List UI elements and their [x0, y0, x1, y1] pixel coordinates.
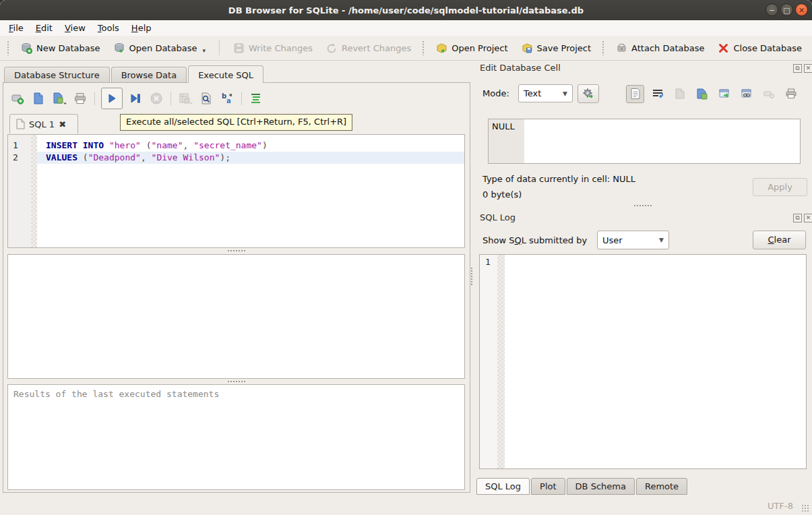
cell-editor[interactable]: NULL [488, 119, 801, 164]
dock-close-icon: ✕ [806, 214, 811, 221]
titlebar[interactable]: DB Browser for SQLite - /home/user/code/… [0, 0, 812, 20]
attach-database-label: Attach Database [631, 43, 704, 53]
find-button[interactable] [198, 90, 214, 107]
results-grid[interactable] [7, 254, 465, 379]
dock-close-button[interactable]: ✕ [804, 214, 812, 222]
dock-tab-bar: SQL Log Plot DB Schema Remote [476, 478, 687, 495]
revert-changes-button[interactable]: Revert Changes [321, 40, 416, 57]
open-sql-file-button[interactable] [30, 90, 46, 107]
tab-db-schema[interactable]: DB Schema [567, 478, 635, 495]
open-database-button[interactable]: Open Database ▾ [108, 40, 211, 57]
dock-splitter[interactable] [479, 204, 807, 208]
sql1-tab[interactable]: SQL 1 ✖ [9, 114, 78, 133]
code-line-2: VALUES ("Deadpond", "Dive Wilson"); [37, 152, 464, 164]
stop-button[interactable] [148, 90, 164, 107]
maximize-button[interactable]: □ [780, 3, 793, 16]
replace-button[interactable]: ba [219, 90, 235, 107]
open-project-button[interactable]: Open Project [431, 40, 513, 57]
float-icon: ⧉ [795, 65, 799, 71]
menu-file[interactable]: File [3, 20, 30, 36]
log-filter-label: Show SQL submitted by [482, 235, 587, 245]
open-project-icon [436, 42, 447, 54]
gear-icon [582, 87, 595, 100]
tab-sql-log[interactable]: SQL Log [476, 478, 530, 495]
cell-null-value: NULL [492, 121, 515, 131]
tab-plot[interactable]: Plot [531, 478, 565, 495]
dock-float-button[interactable]: ⧉ [793, 214, 802, 222]
toolbar-drag-handle[interactable] [7, 40, 10, 55]
close-database-button[interactable]: Close Database [712, 40, 807, 57]
apply-button[interactable]: Apply [753, 178, 807, 196]
execute-all-button[interactable] [101, 88, 123, 109]
main-vertical-splitter[interactable] [471, 266, 475, 286]
dock-close-button[interactable]: ✕ [804, 64, 812, 73]
print-cell-button[interactable] [782, 85, 800, 103]
tab-browse-data[interactable]: Browse Data [111, 67, 187, 83]
tab-execute-sql[interactable]: Execute SQL [188, 65, 263, 83]
code-line-1: INSERT INTO "hero" ("name", "secret_name… [37, 140, 464, 152]
cell-editor-gutter: NULL [489, 119, 524, 163]
resize-grip-icon[interactable] [801, 504, 809, 512]
text-mode-button[interactable] [626, 85, 644, 103]
close-database-icon [718, 42, 729, 54]
print-sql-button[interactable] [72, 90, 88, 107]
results-messages-splitter[interactable] [7, 380, 465, 384]
new-database-icon [21, 42, 32, 54]
open-external-button[interactable] [715, 85, 733, 103]
close-button[interactable]: ✕ [795, 3, 808, 16]
clear-button[interactable]: Clear [753, 231, 806, 249]
mode-select[interactable]: Text ▼ [518, 84, 573, 102]
edit-cell-dock-buttons: ⧉ ✕ [793, 64, 812, 73]
link-button[interactable] [737, 85, 755, 103]
main-toolbar: New Database Open Database ▾ Write Chang… [0, 36, 812, 61]
import-button[interactable] [670, 85, 689, 103]
format-sql-button[interactable] [248, 90, 264, 107]
word-wrap-icon [652, 88, 664, 100]
menu-tools[interactable]: Tools [92, 20, 125, 36]
close-tab-icon[interactable]: ✖ [59, 119, 66, 129]
write-changes-button[interactable]: Write Changes [228, 40, 318, 57]
export-button[interactable] [693, 85, 711, 103]
text-mode-icon [629, 88, 642, 100]
sql-log-area[interactable]: 1 [479, 254, 807, 469]
save-results-button[interactable] [177, 90, 193, 107]
word-wrap-button[interactable] [648, 85, 666, 103]
set-null-button[interactable] [759, 85, 778, 103]
save-sql-file-button[interactable] [51, 90, 67, 107]
log-filter-select[interactable]: User ▼ [597, 231, 669, 249]
save-project-button[interactable]: Save Project [516, 40, 597, 57]
attach-database-button[interactable]: Attach Database [611, 40, 710, 57]
status-bar: UTF-8 [0, 499, 812, 515]
save-sql-file-icon [52, 92, 67, 105]
new-sql-tab-icon [11, 92, 24, 105]
open-external-icon [718, 88, 730, 100]
editor-results-splitter[interactable] [7, 249, 465, 253]
results-message-area[interactable]: Results of the last executed statements [7, 384, 465, 490]
menu-help[interactable]: Help [125, 20, 158, 36]
window-title: DB Browser for SQLite - /home/user/code/… [228, 5, 584, 16]
close-database-label: Close Database [733, 43, 802, 53]
toolbar-drag-handle[interactable] [602, 40, 605, 55]
fold-margin [31, 135, 37, 247]
menu-edit[interactable]: Edit [30, 20, 59, 36]
float-icon: ⧉ [795, 214, 799, 221]
log-fold-margin [497, 255, 505, 468]
auto-switch-mode-button[interactable] [577, 84, 599, 103]
revert-changes-label: Revert Changes [342, 43, 411, 53]
execute-line-button[interactable] [127, 90, 144, 107]
tab-database-structure[interactable]: Database Structure [4, 67, 110, 83]
sql-toolbar-separator [170, 92, 171, 105]
minimize-button[interactable]: − [766, 3, 778, 16]
new-database-button[interactable]: New Database [15, 40, 106, 57]
open-sql-file-icon [32, 92, 45, 105]
log-line-gutter: 1 [480, 255, 497, 468]
tab-remote[interactable]: Remote [636, 478, 687, 495]
open-database-icon [114, 42, 125, 54]
chevron-down-icon: ▼ [659, 237, 664, 243]
new-database-label: New Database [36, 43, 100, 53]
new-sql-tab-button[interactable] [9, 90, 26, 107]
menu-view[interactable]: View [59, 20, 92, 36]
dock-float-button[interactable]: ⧉ [793, 64, 802, 73]
sql-code-editor[interactable]: 1 2 INSERT INTO "hero" ("name", "secret_… [7, 134, 465, 248]
toolbar-drag-handle[interactable] [422, 40, 425, 55]
